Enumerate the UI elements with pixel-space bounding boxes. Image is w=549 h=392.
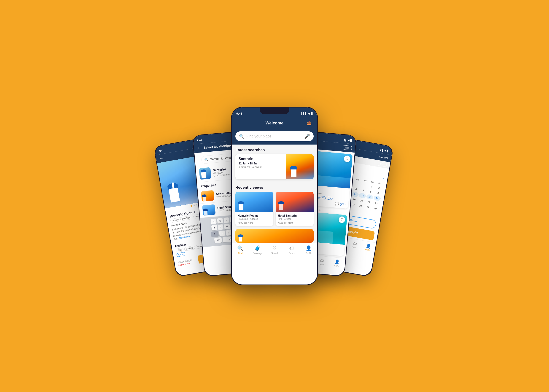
recently-card-3[interactable] [235,229,314,243]
cal-hdr-sa: SA [376,181,384,186]
saved-label: Saved [271,252,278,255]
recently-views-title: Recently views [232,182,317,192]
right1-nav-deals[interactable]: 🏷 Deals [319,258,324,266]
search-icon: 🔍 [239,134,244,139]
right2-edit-btn[interactable]: Edit [377,161,387,167]
recently-price-1: A$90 per night [238,221,271,224]
cal-d-15[interactable]: 15 [366,194,374,200]
key-123[interactable]: 123 [214,237,222,243]
left1-back[interactable]: ← [197,146,202,150]
recently-loc-1: Firostefani - Greece [238,218,271,220]
key-d[interactable]: d [224,224,230,229]
cal-d-28[interactable]: 28 [357,203,365,209]
right1-chat-icon[interactable]: 💬 (24) [335,202,346,206]
bookings-label: Bookings [253,252,262,255]
cal-d-16[interactable]: 16 [373,195,381,201]
recently-name-2: Hotel Santorini [278,214,311,217]
deals-label: Deals [289,252,295,255]
cal-d-29[interactable]: 29 [364,204,372,210]
key-e[interactable]: e [224,217,229,223]
right1-heart-1[interactable]: ♡ [344,155,351,162]
right2-nav-profile[interactable]: 👤 Profile [365,243,372,251]
right2-cancel[interactable]: Cancel [379,155,388,160]
right1-heart-2[interactable]: ♡ [338,216,345,223]
cal-d-2[interactable]: 2 [375,185,383,191]
latest-searches-title: Latest searches [232,145,317,154]
inbox-icon[interactable]: 📥 [305,119,313,127]
deals-icon: 🏷 [289,245,294,251]
left1-result-info: Santorini GREECE 1.360 properties [213,167,230,177]
tag-more: +8 [327,196,333,200]
find-icon: 🔍 [237,245,243,251]
recently-row: Homeric Poems Firostefani - Greece A$90 … [232,192,317,229]
cal-next-icon[interactable]: › [383,176,385,181]
header-left-spacer [236,119,244,127]
dot-2 [193,204,195,206]
recently-card-1[interactable]: Homeric Poems Firostefani - Greece A$90 … [235,192,273,226]
cal-d-14[interactable]: 14 [359,193,366,198]
prop-img-2 [202,204,216,216]
left2-back-arrow[interactable]: ← [159,155,164,161]
key-x[interactable]: x [225,230,232,236]
cal-d-13[interactable]: 13 [351,191,359,197]
key-a[interactable]: a [211,225,217,231]
key-s[interactable]: s [218,224,224,230]
r1-dot-3 [319,210,321,211]
center-header: Welcome 📥 [232,118,317,129]
r1-deals-label: Deals [319,263,324,266]
cal-d-6[interactable]: 6 [352,186,360,192]
search-card-image [286,154,314,179]
prop-img-1 [201,190,214,202]
r1-deals-icon: 🏷 [319,258,324,263]
r2-profile-icon: 👤 [366,243,371,249]
profile-label: Profile [305,252,312,255]
nav-bookings[interactable]: 🧳 Bookings [249,245,266,255]
cal-hdr-fr: FR [369,180,376,184]
key-w[interactable]: w [217,218,223,224]
mic-icon[interactable]: 🎤 [304,133,310,139]
cal-d-7[interactable]: 7 [359,188,367,194]
phones-container: 9:41 ▌▌ ◀ ▉ ← ⬆ [92,36,458,356]
wifi-icon: ◀ [308,112,310,115]
key-z[interactable]: z [219,231,225,236]
recently-loc-2: Fira - Greece [278,218,311,220]
signal-icon: ▌▌▌ [302,112,307,115]
nav-find[interactable]: 🔍 Find [232,245,249,255]
cal-d-21[interactable]: 21 [358,198,366,204]
cal-d-30[interactable]: 30 [372,206,379,211]
key-shift[interactable]: ⇧ [211,231,219,237]
recently-info-2: Hotel Santorini Fira - Greece A$85 per n… [276,212,314,226]
cal-d-20[interactable]: 20 [351,196,358,203]
right1-edit-btn[interactable]: Edit [343,145,352,150]
search-input-box[interactable]: 🔍 Find your place 🎤 [235,131,314,141]
center-notch [260,107,289,114]
right2-nav-deals[interactable]: 🏷 Deals [352,241,358,249]
key-q[interactable]: q [211,218,217,224]
latest-search-card[interactable]: Santorini 12 Jun - 18 Jun 2 ADULTS 0 CHI… [235,154,314,179]
center-time: 9:41 [236,112,242,115]
recently-price-2: A$85 per night [278,221,311,224]
profile-icon: 👤 [306,245,312,251]
nav-profile[interactable]: 👤 Profile [300,245,317,255]
right1-nav-profile[interactable]: 👤 Profile [334,259,340,267]
r1-profile-label: Profile [334,265,339,267]
center-title: Welcome [244,121,305,126]
center-content: Latest searches Santorini 12 Jun - 18 Ju… [232,145,317,243]
cal-d-9[interactable]: 9 [374,190,382,196]
dot-1 [190,205,193,207]
nav-deals[interactable]: 🏷 Deals [283,245,300,255]
cal-d-1[interactable]: 1 [368,184,376,189]
nav-saved[interactable]: ♡ Saved [266,245,283,255]
r2-deals-label: Deals [352,246,357,249]
cal-d-22[interactable]: 22 [365,199,373,205]
center-status-icons: ▌▌▌ ◀ ▉ [302,112,313,115]
center-bottom-nav: 🔍 Find 🧳 Bookings ♡ Saved 🏷 Deals 👤 [232,243,317,259]
recently-card-2[interactable]: Hotel Santorini Fira - Greece A$85 per n… [276,192,314,226]
battery-icon: ▉ [311,112,313,115]
search-placeholder: Find your place [246,134,302,138]
cal-d-23[interactable]: 23 [373,200,380,206]
left1-time: 9:41 [197,139,202,142]
search-dates: 12 Jun - 18 Jun [239,162,283,165]
cal-d-8[interactable]: 8 [367,189,375,195]
r2-deals-icon: 🏷 [352,241,357,246]
